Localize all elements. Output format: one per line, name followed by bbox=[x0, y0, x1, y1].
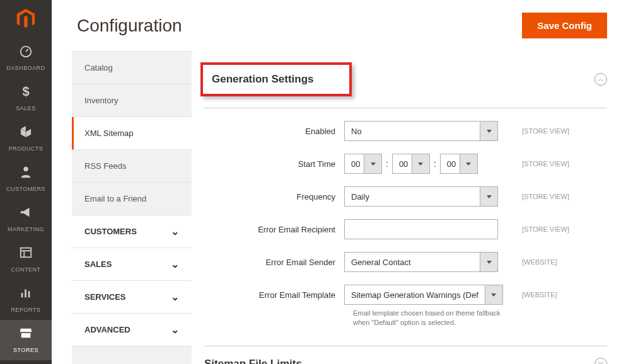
chevron-down-icon[interactable] bbox=[364, 154, 381, 173]
scope-label: [WEBSITE] bbox=[522, 291, 557, 299]
chevron-down-icon: ⌄ bbox=[171, 291, 179, 303]
svg-text:$: $ bbox=[22, 84, 29, 98]
field-label: Start Time bbox=[204, 159, 344, 169]
group-label: SALES bbox=[84, 259, 112, 269]
section-title: Generation Settings bbox=[212, 73, 314, 85]
error-sender-select[interactable]: General Contact bbox=[344, 252, 498, 272]
tab-xml-sitemap[interactable]: XML Sitemap bbox=[72, 117, 192, 150]
config-tabs: CatalogInventoryXML SitemapRSS FeedsEmai… bbox=[72, 51, 192, 364]
scope-label: [STORE VIEW] bbox=[522, 127, 569, 135]
scope-label: [STORE VIEW] bbox=[522, 193, 569, 200]
start-time-minute-select[interactable]: 00 bbox=[392, 154, 430, 174]
dollar-icon: $ bbox=[0, 84, 52, 100]
field-note: Email template chosen based on theme fal… bbox=[353, 309, 507, 328]
start-time-second-select[interactable]: 00 bbox=[440, 154, 478, 174]
field-label: Error Email Recipient bbox=[204, 225, 344, 234]
nav-label: DASHBOARD bbox=[6, 65, 45, 71]
cube-icon bbox=[0, 125, 52, 140]
nav-item-reports[interactable]: REPORTS bbox=[0, 280, 52, 320]
field-label: Error Email Sender bbox=[204, 258, 344, 267]
magento-logo[interactable] bbox=[0, 0, 52, 38]
field-enabled: Enabled No [STORE VIEW] bbox=[204, 121, 607, 141]
tab-group-customers[interactable]: CUSTOMERS⌄ bbox=[72, 215, 192, 248]
start-time-hour-select[interactable]: 00 bbox=[344, 154, 382, 174]
admin-sidebar: DASHBOARD$SALESPRODUCTSCUSTOMERSMARKETIN… bbox=[0, 0, 52, 364]
separator: : bbox=[386, 159, 388, 169]
chevron-down-icon[interactable] bbox=[485, 285, 502, 304]
group-label: ADVANCED bbox=[84, 325, 130, 334]
svg-rect-3 bbox=[21, 248, 32, 258]
chevron-down-icon[interactable] bbox=[460, 154, 477, 173]
nav-label: MARKETING bbox=[8, 226, 44, 232]
nav-label: REPORTS bbox=[11, 307, 41, 313]
save-config-button[interactable]: Save Config bbox=[522, 13, 607, 38]
tab-catalog[interactable]: Catalog bbox=[72, 52, 192, 84]
chevron-down-icon[interactable] bbox=[412, 154, 429, 173]
chevron-down-icon: ⌄ bbox=[171, 258, 179, 270]
tab-group-sales[interactable]: SALES⌄ bbox=[72, 248, 192, 281]
frequency-select[interactable]: Daily bbox=[344, 186, 498, 207]
scope-label: [STORE VIEW] bbox=[522, 160, 569, 168]
tab-group-services[interactable]: SERVICES⌄ bbox=[72, 281, 192, 314]
group-label: SERVICES bbox=[84, 292, 126, 302]
chevron-down-icon: ⌄ bbox=[171, 324, 179, 336]
person-icon bbox=[0, 165, 52, 181]
error-template-select[interactable]: Sitemap Generation Warnings (Def bbox=[344, 285, 503, 305]
field-label: Error Email Template bbox=[204, 290, 344, 300]
megaphone-icon bbox=[0, 205, 52, 221]
chevron-down-icon[interactable] bbox=[480, 187, 497, 206]
tab-inventory[interactable]: Inventory bbox=[72, 84, 192, 117]
field-error-template: Error Email Template Sitemap Generation … bbox=[204, 285, 607, 305]
svg-rect-7 bbox=[25, 290, 26, 298]
nav-item-stores[interactable]: STORES bbox=[0, 320, 52, 360]
highlight-annotation: Generation Settings bbox=[200, 62, 352, 96]
chevron-down-icon[interactable] bbox=[480, 253, 497, 271]
layout-icon bbox=[0, 246, 52, 261]
page-title: Configuration bbox=[77, 16, 182, 36]
nav-item-products[interactable]: PRODUCTS bbox=[0, 118, 52, 159]
nav-label: CUSTOMERS bbox=[6, 186, 45, 192]
collapse-icon[interactable]: ︿ bbox=[594, 73, 607, 86]
svg-rect-8 bbox=[28, 291, 30, 297]
nav-label: SALES bbox=[16, 105, 36, 111]
field-frequency: Frequency Daily [STORE VIEW] bbox=[204, 186, 607, 207]
error-recipient-input[interactable] bbox=[344, 219, 498, 239]
nav-item-customers[interactable]: CUSTOMERS bbox=[0, 159, 52, 199]
field-start-time: Start Time 00 : 00 : 00 [STORE VIEW] bbox=[204, 154, 607, 174]
section-header-file-limits[interactable]: Sitemap File Limits ﹀ bbox=[204, 346, 607, 364]
field-label: Frequency bbox=[204, 192, 344, 202]
chevron-down-icon[interactable] bbox=[480, 122, 497, 140]
enabled-select[interactable]: No bbox=[344, 121, 498, 141]
nav-label: PRODUCTS bbox=[9, 145, 43, 152]
dashboard-icon bbox=[0, 44, 52, 60]
field-error-recipient: Error Email Recipient [STORE VIEW] bbox=[204, 219, 607, 239]
separator: : bbox=[434, 159, 436, 169]
chevron-down-icon: ⌄ bbox=[171, 225, 179, 237]
nav-item-marketing[interactable]: MARKETING bbox=[0, 199, 52, 239]
nav-item-content[interactable]: CONTENT bbox=[0, 239, 52, 280]
svg-rect-6 bbox=[21, 293, 23, 297]
page-header: Configuration Save Config bbox=[52, 0, 626, 51]
tab-group-advanced[interactable]: ADVANCED⌄ bbox=[72, 314, 192, 346]
field-label: Enabled bbox=[204, 127, 344, 136]
nav-item-one-step-checkout[interactable]: ONE STEP CHECKOUT bbox=[0, 360, 52, 364]
nav-label: CONTENT bbox=[11, 266, 41, 273]
tab-email-to-a-friend[interactable]: Email to a Friend bbox=[72, 183, 192, 215]
section-title: Sitemap File Limits bbox=[204, 358, 302, 364]
nav-item-sales[interactable]: $SALES bbox=[0, 78, 52, 118]
field-error-sender: Error Email Sender General Contact [WEBS… bbox=[204, 252, 607, 272]
bars-icon bbox=[0, 286, 52, 302]
store-icon bbox=[0, 326, 52, 342]
scope-label: [STORE VIEW] bbox=[522, 225, 569, 233]
tab-rss-feeds[interactable]: RSS Feeds bbox=[72, 150, 192, 183]
group-label: CUSTOMERS bbox=[84, 227, 137, 236]
section-header-generation[interactable]: Generation Settings ︿ bbox=[204, 51, 607, 108]
nav-item-dashboard[interactable]: DASHBOARD bbox=[0, 38, 52, 78]
nav-label: STORES bbox=[13, 347, 38, 353]
scope-label: [WEBSITE] bbox=[522, 258, 557, 266]
svg-point-2 bbox=[23, 167, 28, 171]
config-panel: Generation Settings ︿ Enabled No [STORE … bbox=[192, 51, 626, 364]
expand-icon[interactable]: ﹀ bbox=[594, 358, 607, 364]
main-content: Configuration Save Config CatalogInvento… bbox=[52, 0, 626, 364]
